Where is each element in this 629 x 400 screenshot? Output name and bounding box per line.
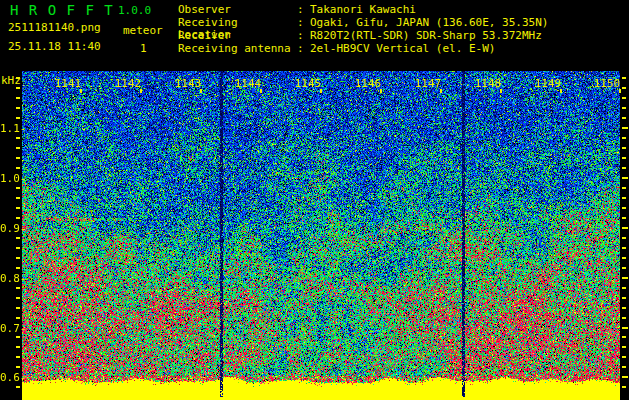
freq-right-tick <box>622 207 626 209</box>
freq-minor-tick <box>16 386 20 388</box>
time-axis-label: 1142 <box>115 78 142 89</box>
freq-minor-tick <box>16 307 20 309</box>
info-separator: : <box>297 4 310 16</box>
time-axis-tick <box>380 89 382 93</box>
freq-axis-label: 1.1- <box>0 123 21 134</box>
info-row-receiver: Receiver:R820T2(RTL-SDR) SDR-Sharp 53.37… <box>178 30 542 42</box>
freq-right-tick <box>622 157 626 159</box>
freq-right-tick <box>622 346 626 348</box>
info-value: Takanori Kawachi <box>310 4 416 16</box>
freq-right-tick <box>622 217 626 219</box>
freq-minor-tick <box>16 247 20 249</box>
freq-right-tick <box>622 237 626 239</box>
freq-minor-tick <box>16 257 20 259</box>
info-separator: : <box>297 43 310 55</box>
freq-right-tick <box>622 327 628 329</box>
time-axis-label: 1149 <box>535 78 562 89</box>
freq-right-tick <box>622 386 626 388</box>
freq-axis-label: 0.9- <box>0 223 21 234</box>
freq-minor-tick <box>16 297 20 299</box>
time-axis-tick <box>500 89 502 93</box>
freq-minor-tick <box>16 267 20 269</box>
time-axis-label: 1145 <box>295 78 322 89</box>
freq-minor-tick <box>16 366 20 368</box>
freq-right-tick <box>622 97 626 99</box>
freq-right-tick <box>622 87 626 89</box>
freq-minor-tick <box>16 207 20 209</box>
info-row-observer: Observer:Takanori Kawachi <box>178 4 416 16</box>
info-label: Receiver <box>178 30 297 42</box>
freq-right-tick <box>622 336 626 338</box>
freq-minor-tick <box>16 197 20 199</box>
spectrogram-canvas <box>22 71 620 400</box>
freq-right-tick <box>622 257 626 259</box>
freq-minor-tick <box>16 317 20 319</box>
freq-minor-tick <box>16 107 20 109</box>
freq-right-tick <box>622 287 626 289</box>
hrofft-window: H R O F F T 1.0.0 2511181140.png meteor … <box>0 0 629 400</box>
output-filename: 2511181140.png <box>8 22 101 34</box>
freq-right-tick <box>622 197 626 199</box>
freq-axis-label: 1.0- <box>0 173 21 184</box>
info-separator: : <box>297 30 310 42</box>
datetime-label: 25.11.18 11:40 <box>8 41 101 53</box>
info-row-antenna: Receiving antenna:2el-HB9CV Vertical (el… <box>178 43 495 55</box>
app-title: H R O F F T <box>10 3 114 17</box>
time-axis-tick <box>320 89 322 93</box>
time-axis-tick <box>200 89 202 93</box>
freq-minor-tick <box>16 97 20 99</box>
time-axis-label: 1147 <box>415 78 442 89</box>
freq-minor-tick <box>16 346 20 348</box>
freq-right-tick <box>622 167 626 169</box>
freq-minor-tick <box>16 336 20 338</box>
time-axis-tick <box>560 89 562 93</box>
info-label: Observer <box>178 4 297 16</box>
freq-right-tick <box>622 177 628 179</box>
freq-minor-tick <box>16 187 20 189</box>
info-value: 2el-HB9CV Vertical (el. E-W) <box>310 43 495 55</box>
time-axis-label: 1141 <box>55 78 82 89</box>
time-axis-label: 1144 <box>235 78 262 89</box>
freq-right-tick <box>622 317 626 319</box>
freq-right-tick <box>622 77 626 79</box>
freq-right-tick <box>622 267 626 269</box>
freq-minor-tick <box>16 217 20 219</box>
time-axis-tick <box>440 89 442 93</box>
freq-right-tick <box>622 147 626 149</box>
info-label: Receiving antenna <box>178 43 297 55</box>
freq-right-tick <box>622 376 628 378</box>
freq-minor-tick <box>16 137 20 139</box>
freq-minor-tick <box>16 117 20 119</box>
time-axis-label: 1146 <box>355 78 382 89</box>
freq-right-tick <box>622 227 628 229</box>
freq-right-tick <box>622 307 626 309</box>
freq-right-tick <box>622 137 626 139</box>
time-axis-label: 1148 <box>475 78 502 89</box>
freq-minor-tick <box>16 356 20 358</box>
freq-minor-tick <box>16 287 20 289</box>
mode-label: meteor <box>123 25 163 37</box>
freq-right-tick <box>622 277 628 279</box>
freq-axis-label: 0.7- <box>0 323 21 334</box>
time-axis-tick <box>140 89 142 93</box>
freq-axis-label: 0.6- <box>0 372 21 383</box>
freq-axis-label: 0.8- <box>0 273 21 284</box>
freq-minor-tick <box>16 237 20 239</box>
time-axis-label: 1150 <box>594 78 621 89</box>
time-axis-tick <box>619 89 621 93</box>
freq-right-tick <box>622 117 626 119</box>
app-version: 1.0.0 <box>118 5 151 17</box>
freq-minor-tick <box>16 147 20 149</box>
freq-right-tick <box>622 297 626 299</box>
freq-right-tick <box>622 247 626 249</box>
freq-minor-tick <box>16 167 20 169</box>
time-axis-tick <box>80 89 82 93</box>
time-axis-tick <box>260 89 262 93</box>
info-value: R820T2(RTL-SDR) SDR-Sharp 53.372MHz <box>310 30 542 42</box>
time-axis-label: 1143 <box>175 78 202 89</box>
freq-minor-tick <box>16 87 20 89</box>
freq-right-tick <box>622 187 626 189</box>
meteor-count: 1 <box>140 43 147 55</box>
freq-right-tick <box>622 366 626 368</box>
freq-right-tick <box>622 127 628 129</box>
